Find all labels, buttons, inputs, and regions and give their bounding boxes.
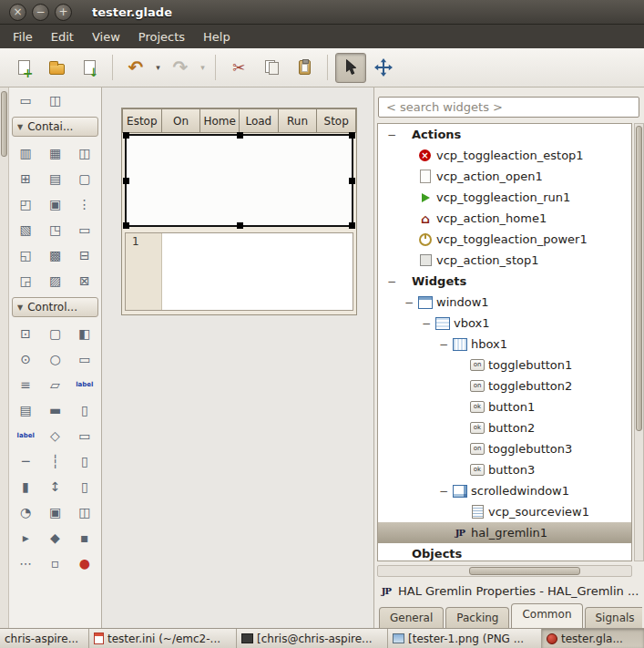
palette-widget-icon[interactable]: ◇ [40, 423, 69, 448]
redo-dropdown[interactable] [197, 53, 209, 83]
selection-handle[interactable] [237, 222, 243, 229]
save-button[interactable] [74, 53, 105, 83]
tree-row-window1[interactable]: −window1 [378, 292, 631, 313]
tree-row-actions[interactable]: −Actions [378, 124, 631, 145]
cut-button[interactable] [223, 53, 254, 83]
palette-widget-icon[interactable]: ● [70, 550, 99, 576]
palette-widget-icon[interactable]: ▯ [70, 397, 99, 423]
menu-file[interactable]: File [4, 26, 42, 47]
expander-icon[interactable]: − [387, 275, 401, 288]
palette-widget-icon[interactable]: ▯ [70, 448, 99, 474]
palette-widget-icon[interactable]: label [11, 423, 40, 448]
paste-button[interactable] [289, 53, 320, 83]
palette-widget-icon[interactable]: ▪ [70, 525, 99, 550]
palette-widget-icon[interactable]: ▥ [11, 140, 40, 166]
undo-button[interactable] [120, 53, 151, 83]
tree-vertical-scrollbar[interactable] [634, 123, 644, 561]
palette-widget-icon[interactable]: ▢ [70, 166, 99, 191]
tree-row-vcp_toggleaction_power1[interactable]: vcp_toggleaction_power1 [378, 229, 631, 250]
palette-widget-icon[interactable]: ▤ [40, 166, 69, 191]
design-button-home[interactable]: Home [199, 108, 240, 133]
palette-widget-icon[interactable]: ◫ [70, 140, 99, 166]
tree-row-vcp_toggleaction_estop1[interactable]: vcp_toggleaction_estop1 [378, 145, 631, 166]
tree-row-vbox1[interactable]: −vbox1 [378, 313, 631, 334]
palette-widget-icon[interactable]: label [70, 372, 99, 397]
palette-section-header[interactable]: ▼Contai... [12, 117, 98, 137]
design-button-estop[interactable]: Estop [122, 108, 162, 133]
palette-widget-icon[interactable]: ◧ [70, 321, 99, 346]
redo-button[interactable] [165, 53, 196, 83]
palette-widget-icon[interactable]: ▦ [40, 140, 69, 166]
palette-widget-icon[interactable]: ⋯ [11, 550, 40, 576]
palette-widget-icon[interactable]: ▣ [40, 499, 69, 525]
palette-widget-icon[interactable]: ⊞ [11, 166, 40, 191]
tree-horizontal-scrollbar-thumb[interactable] [469, 567, 580, 575]
undo-dropdown[interactable] [152, 53, 164, 83]
palette-widget-icon[interactable]: ▧ [11, 217, 40, 242]
expander-icon[interactable]: − [387, 129, 401, 141]
menu-help[interactable]: Help [194, 26, 240, 47]
maximize-button[interactable] [55, 4, 72, 21]
copy-button[interactable] [256, 53, 287, 83]
palette-widget-icon[interactable]: ▤ [11, 397, 40, 423]
tab-general[interactable]: General [379, 607, 444, 630]
selection-handle[interactable] [123, 222, 129, 229]
palette-widget-icon[interactable]: ◫ [40, 87, 69, 113]
design-button-stop[interactable]: Stop [316, 108, 356, 133]
palette-widget-icon[interactable]: ▫ [40, 550, 69, 576]
sourceview-text-area[interactable] [162, 233, 353, 310]
palette-widget-icon[interactable]: ─ [11, 448, 40, 474]
palette-widget-icon[interactable]: ▩ [40, 242, 69, 268]
palette-widget-icon[interactable]: ↕ [40, 474, 69, 499]
taskbar-item[interactable]: tester.gla... [542, 629, 644, 648]
search-widgets-input[interactable] [378, 97, 639, 118]
palette-widget-icon[interactable]: ▣ [40, 191, 69, 217]
palette-widget-icon[interactable]: ▸ [11, 525, 40, 550]
palette-widget-icon[interactable]: ▭ [70, 217, 99, 242]
expander-icon[interactable]: − [404, 296, 418, 309]
selector-button[interactable] [335, 53, 366, 83]
design-button-on[interactable]: On [161, 108, 201, 133]
design-button-run[interactable]: Run [278, 108, 318, 133]
tree-row-vcp_action_open1[interactable]: vcp_action_open1 [378, 166, 631, 187]
minimize-button[interactable] [32, 4, 49, 21]
palette-widget-icon[interactable]: ▭ [70, 423, 99, 448]
menu-edit[interactable]: Edit [42, 26, 83, 47]
palette-widget-icon[interactable]: ┆ [40, 448, 69, 474]
expander-icon[interactable]: − [439, 485, 453, 498]
palette-scrollbar-thumb[interactable] [1, 91, 7, 157]
palette-widget-icon[interactable]: ▮ [11, 474, 40, 499]
taskbar-item[interactable]: [chris@chris-aspire... [237, 629, 387, 648]
tree-row-vcp_action_home1[interactable]: vcp_action_home1 [378, 208, 631, 229]
selection-handle[interactable] [237, 132, 243, 139]
palette-widget-icon[interactable]: ○ [40, 346, 69, 372]
tree-row-hbox1[interactable]: −hbox1 [378, 334, 631, 355]
hal-gremlin-widget[interactable] [125, 134, 353, 227]
tree-row-vcp_action_stop1[interactable]: vcp_action_stop1 [378, 250, 631, 271]
palette-widget-icon[interactable]: ⊠ [70, 268, 99, 293]
palette-widget-icon[interactable]: ▢ [40, 321, 69, 346]
tab-packing[interactable]: Packing [445, 607, 509, 630]
menu-view[interactable]: View [83, 26, 129, 47]
palette-widget-icon[interactable]: ≡ [11, 372, 40, 397]
palette-widget-icon[interactable]: ◆ [40, 525, 69, 550]
palette-widget-icon[interactable]: ⊡ [11, 321, 40, 346]
tree-row-button2[interactable]: button2 [378, 417, 631, 438]
tree-row-vcp_sourceview1[interactable]: vcp_sourceview1 [378, 501, 631, 522]
palette-widget-icon[interactable]: ▭ [11, 87, 40, 113]
selection-handle[interactable] [349, 132, 355, 139]
palette-section-header[interactable]: ▼Control... [12, 297, 98, 317]
design-window[interactable]: EstopOnHomeLoadRunStop 1 [121, 108, 357, 315]
palette-widget-icon[interactable]: ▨ [40, 268, 69, 293]
tree-row-togglebutton3[interactable]: togglebutton3 [378, 438, 631, 459]
tree-row-hal_gremlin1[interactable]: hal_gremlin1 [378, 522, 631, 543]
palette-widget-icon[interactable]: ▭ [70, 346, 99, 372]
taskbar-item[interactable]: tester.ini (~/emc2-... [89, 629, 236, 648]
menu-projects[interactable]: Projects [129, 26, 194, 47]
selection-handle[interactable] [123, 178, 129, 184]
palette-widget-icon[interactable]: ◱ [11, 242, 40, 268]
design-button-load[interactable]: Load [239, 108, 279, 133]
tree-row-widgets[interactable]: −Widgets [378, 271, 631, 292]
new-button[interactable] [8, 53, 39, 83]
tree-row-vcp_toggleaction_run1[interactable]: vcp_toggleaction_run1 [378, 187, 631, 208]
